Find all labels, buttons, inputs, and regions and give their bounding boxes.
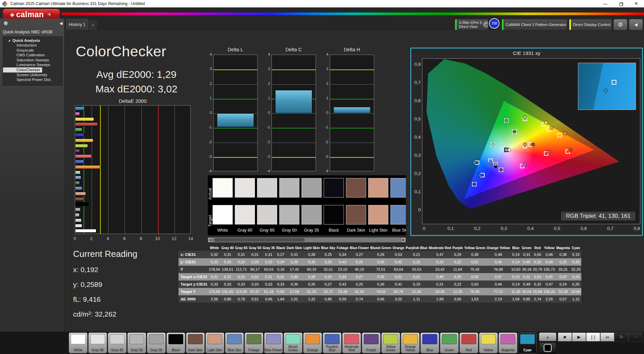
cell-orange-yellow--e-2000: 2,19 [486, 295, 511, 303]
stop-button[interactable]: ■ [558, 332, 572, 342]
settings-button[interactable]: ⚙ [613, 19, 627, 30]
scroll-right-icon[interactable]: ▶ [401, 237, 406, 242]
sidebar-item-saturation-sweeps[interactable]: Saturation Sweeps [3, 58, 62, 63]
deltae-bar-gray-65 [75, 218, 82, 222]
cell-blue-sky-x-cie31: 0,25 [320, 251, 336, 258]
column-header-bluish-green: Bluish Green [369, 245, 392, 251]
cie-measured-light-skin [523, 143, 527, 146]
patch-button-purplish-blue[interactable]: Purplish Blue [323, 332, 342, 353]
reference-line-3 [100, 106, 101, 234]
patch-button-dark-skin[interactable]: Dark Skin [186, 332, 205, 353]
patch-button-light-skin[interactable]: Light Skin [205, 332, 224, 353]
patch-button-gray-50[interactable]: Gray 50 [127, 332, 146, 353]
patch-button-green[interactable]: Green [440, 332, 459, 353]
swatch-name-label: White [213, 228, 233, 233]
sidebar-item-cms-calibration[interactable]: CMS Calibration [3, 53, 62, 58]
target-swatch-gray-65 [257, 205, 277, 225]
deltae-bar-gray-50 [75, 213, 79, 217]
patch-button-label: Black [172, 344, 180, 353]
cell-blue-sky-target-x-cie31: 0,25 [320, 273, 336, 281]
sidebar-item-screen-uniformity[interactable]: Screen Uniformity [3, 72, 62, 78]
patch-button-foliage[interactable]: Foliage [245, 332, 263, 353]
y-tick-label: -2 [203, 140, 212, 144]
patch-button-blue[interactable]: Blue [420, 332, 439, 353]
patch-button-magenta[interactable]: Magenta [498, 332, 517, 353]
cell-purple-target-y-cie31: 0,22 [452, 281, 463, 288]
patch-button-cyan[interactable]: Cyan [518, 332, 537, 353]
gear-icon: ⚙ [618, 21, 623, 28]
gridline [330, 99, 374, 99]
cell-black-target-x-cie31: 0,31 [276, 273, 286, 281]
cie-x-tick-label: 0,6 [578, 226, 590, 231]
sidebar-pin-button[interactable] [3, 21, 8, 26]
pattern-generator-dropdown[interactable]: CalMAN Client 3 Pattern Generator ▼ [502, 19, 568, 30]
meter-device-dropdown[interactable]: X-Rite i1Pro 3 Direct View ▼ [455, 19, 488, 30]
sidebar-collapse-button[interactable]: ◀ [59, 20, 63, 26]
cell-purplish-blue-x-cie31: 0,21 [405, 251, 428, 258]
patch-button-yellow[interactable]: Yellow [479, 332, 498, 353]
sidebar-item-luminance-sweeps[interactable]: Luminance Sweeps [3, 62, 62, 67]
scroll-left-icon[interactable]: ◀ [208, 237, 213, 242]
patch-button-orange-yellow[interactable]: Orange Yellow [401, 332, 420, 353]
sidebar-item-introduction[interactable]: Introduction [3, 43, 62, 48]
cell-white-target-y-cie31: 0,33 [208, 281, 221, 288]
cell-green-target-x-cie31: 0,31 [521, 273, 532, 281]
cell-purple-y-cie31: 0,22 [452, 258, 463, 266]
add-tab-button[interactable]: + [89, 20, 97, 30]
actual-swatch-dark-skin [346, 178, 366, 198]
patch-button-yellow-green[interactable]: Yellow Green [381, 332, 400, 353]
close-button[interactable]: × [629, 0, 644, 7]
sidebar-item-grayscale[interactable]: Grayscale [3, 48, 62, 53]
tree-root-quick-analysis[interactable]: Quick Analysis [3, 38, 62, 43]
patch-button-label: Gray 35 [150, 344, 162, 353]
patch-button-red[interactable]: Red [459, 332, 478, 353]
mini-chart-title: Delta C [271, 47, 316, 52]
y-tick-label: 1 [320, 96, 328, 100]
calman-window: Calman 2025 Calman Ultimate for Business… [0, 0, 644, 354]
cell-yellow--e-2000: 2,26 [543, 295, 556, 303]
pattern-window-button[interactable] [539, 342, 556, 353]
cell-black-x-cie31: 0,27 [276, 251, 286, 258]
delta-h-chart [330, 55, 374, 171]
minimize-button[interactable]: — [598, 0, 613, 7]
patch-button-orange[interactable]: Orange [303, 332, 322, 353]
restore-button[interactable] [613, 0, 629, 7]
patch-button-blue-sky[interactable]: Blue Sky [225, 332, 244, 353]
mini-chart-title: Delta L [213, 47, 258, 52]
record-button[interactable]: ● [629, 332, 643, 342]
patch-button-gray-35[interactable]: Gray 35 [147, 332, 166, 353]
swatch-scrollbar[interactable]: ◀ ▶ [208, 237, 406, 242]
patch-button-gray-80[interactable]: Gray 80 [88, 332, 107, 353]
patch-button-label: Light Skin [207, 344, 222, 353]
column-header-cyan: Cyan [571, 245, 581, 251]
single-measure-button[interactable]: [·] [586, 332, 600, 342]
patch-panel-up-button[interactable]: ▲ [539, 332, 556, 341]
panel-collapse-button[interactable]: ◀ [629, 19, 643, 30]
patch-button-blue-flower[interactable]: Blue Flower [264, 332, 283, 353]
display-control-dropdown[interactable]: Direct Display Control ▼ [569, 19, 612, 30]
patch-button-white[interactable]: White [69, 332, 88, 353]
gridline [272, 143, 316, 143]
sidebar-item-colorchecker[interactable]: ColorChecker [3, 67, 42, 72]
patch-button-gray-65[interactable]: Gray 65 [108, 332, 127, 353]
cell-purple-y: 11,84 [452, 266, 463, 273]
play-button[interactable]: ▶ [572, 332, 586, 342]
patch-button-bluish-green[interactable]: Bluish Green [284, 332, 302, 353]
cell-gray-35--e-2000: 0,66 [262, 295, 276, 303]
refresh-button[interactable]: ↻ [614, 332, 629, 342]
meter-count-badge[interactable]: 708 [489, 18, 500, 29]
continuous-measure-button[interactable]: ∞ [600, 332, 614, 342]
gridline [108, 106, 108, 234]
scrollbar-thumb[interactable] [214, 238, 304, 242]
cell-purplish-blue--e-2000: 1,11 [405, 295, 428, 303]
patch-button-purple[interactable]: Purple [362, 332, 381, 353]
stop-icon: ■ [564, 334, 566, 340]
patch-button-black[interactable]: Black [166, 332, 185, 353]
gridline [125, 106, 125, 234]
patch-button-moderate-red[interactable]: Moderate Red [342, 332, 361, 353]
row-label: y: CIE31 [179, 258, 208, 266]
tab-history-1[interactable]: History 1 [66, 19, 88, 30]
sidebar-item-spectral-power-dist-[interactable]: Spectral Power Dist. [3, 77, 62, 82]
cell-gray-80-target-y: 141,60 [221, 288, 234, 295]
cell-gray-50-target-y-cie31: 0,33 [248, 281, 262, 288]
